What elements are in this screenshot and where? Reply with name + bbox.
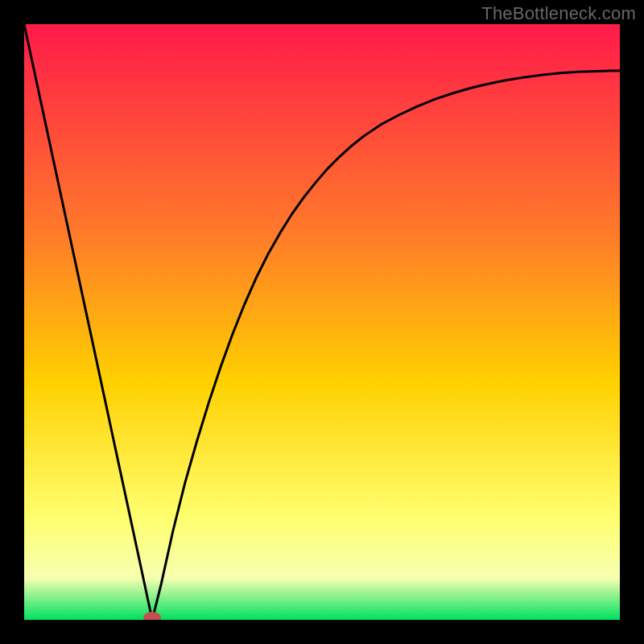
- attribution-label: TheBottleneck.com: [481, 3, 636, 24]
- bottleneck-chart: [24, 24, 620, 620]
- plot-background: [24, 24, 620, 620]
- chart-frame: TheBottleneck.com: [0, 0, 644, 644]
